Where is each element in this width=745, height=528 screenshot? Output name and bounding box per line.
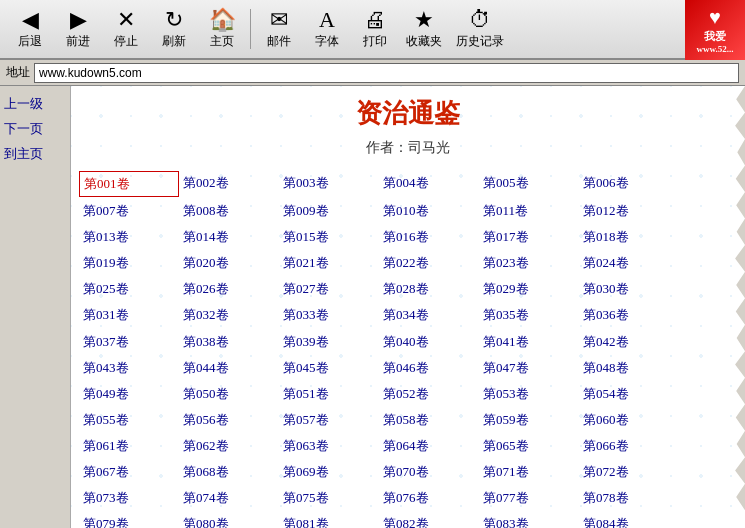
volume-link[interactable]: 第010卷 [379,199,479,223]
volume-link[interactable]: 第050卷 [179,382,279,406]
volume-link[interactable]: 第014卷 [179,225,279,249]
volume-link[interactable]: 第071卷 [479,460,579,484]
brand-logo[interactable]: ♥我爱www.52... [685,0,745,60]
toolbar-btn-back[interactable]: ◀后退 [8,6,52,53]
volume-link[interactable]: 第066卷 [579,434,679,458]
volume-link[interactable]: 第052卷 [379,382,479,406]
volume-link[interactable]: 第054卷 [579,382,679,406]
volume-link[interactable]: 第039卷 [279,330,379,354]
volume-link[interactable]: 第058卷 [379,408,479,432]
volume-link[interactable]: 第046卷 [379,356,479,380]
volume-link[interactable]: 第075卷 [279,486,379,510]
volume-link[interactable]: 第007卷 [79,199,179,223]
volume-link[interactable]: 第004卷 [379,171,479,197]
volume-link[interactable]: 第074卷 [179,486,279,510]
volume-link[interactable]: 第029卷 [479,277,579,301]
volume-link[interactable]: 第016卷 [379,225,479,249]
volume-link[interactable]: 第083卷 [479,512,579,528]
volume-link[interactable]: 第015卷 [279,225,379,249]
volume-link[interactable]: 第045卷 [279,356,379,380]
volume-link[interactable]: 第065卷 [479,434,579,458]
volume-link[interactable]: 第005卷 [479,171,579,197]
toolbar-btn-stop[interactable]: ✕停止 [104,6,148,53]
nav-link-上一级[interactable]: 上一级 [4,94,66,115]
volume-link[interactable]: 第079卷 [79,512,179,528]
volume-link[interactable]: 第057卷 [279,408,379,432]
volume-link[interactable]: 第047卷 [479,356,579,380]
volume-link[interactable]: 第020卷 [179,251,279,275]
volume-link[interactable]: 第003卷 [279,171,379,197]
volume-link[interactable]: 第067卷 [79,460,179,484]
volume-link[interactable]: 第081卷 [279,512,379,528]
volume-link[interactable]: 第017卷 [479,225,579,249]
volume-link[interactable]: 第063卷 [279,434,379,458]
volume-link[interactable]: 第068卷 [179,460,279,484]
toolbar-btn-forward[interactable]: ▶前进 [56,6,100,53]
volume-link[interactable]: 第038卷 [179,330,279,354]
volume-link[interactable]: 第053卷 [479,382,579,406]
toolbar-btn-mail[interactable]: ✉邮件 [257,6,301,53]
volume-link[interactable]: 第084卷 [579,512,679,528]
volume-link[interactable]: 第072卷 [579,460,679,484]
toolbar-btn-refresh[interactable]: ↻刷新 [152,6,196,53]
volume-link[interactable]: 第035卷 [479,303,579,327]
volume-link[interactable]: 第062卷 [179,434,279,458]
volume-link[interactable]: 第023卷 [479,251,579,275]
toolbar-btn-home[interactable]: 🏠主页 [200,6,244,53]
volume-link[interactable]: 第011卷 [479,199,579,223]
volume-link[interactable]: 第060卷 [579,408,679,432]
volume-link[interactable]: 第040卷 [379,330,479,354]
volume-link[interactable]: 第042卷 [579,330,679,354]
volume-link[interactable]: 第008卷 [179,199,279,223]
volume-link[interactable]: 第024卷 [579,251,679,275]
volume-link[interactable]: 第070卷 [379,460,479,484]
volume-link[interactable]: 第061卷 [79,434,179,458]
nav-link-下一页[interactable]: 下一页 [4,119,66,140]
volume-link[interactable]: 第080卷 [179,512,279,528]
volume-link[interactable]: 第044卷 [179,356,279,380]
content-area[interactable]: 资治通鉴 作者：司马光 第001卷第002卷第003卷第004卷第005卷第00… [70,86,745,528]
volume-link[interactable]: 第037卷 [79,330,179,354]
volume-link[interactable]: 第032卷 [179,303,279,327]
volume-link[interactable]: 第055卷 [79,408,179,432]
toolbar-btn-font[interactable]: A字体 [305,6,349,53]
volume-link[interactable]: 第002卷 [179,171,279,197]
address-input[interactable] [34,63,739,83]
volume-link[interactable]: 第043卷 [79,356,179,380]
volume-link[interactable]: 第027卷 [279,277,379,301]
volume-link[interactable]: 第030卷 [579,277,679,301]
nav-link-到主页[interactable]: 到主页 [4,144,66,165]
volume-link[interactable]: 第006卷 [579,171,679,197]
volume-link[interactable]: 第048卷 [579,356,679,380]
volume-link[interactable]: 第034卷 [379,303,479,327]
toolbar-btn-print[interactable]: 🖨打印 [353,6,397,53]
volume-link[interactable]: 第022卷 [379,251,479,275]
volume-link[interactable]: 第036卷 [579,303,679,327]
volume-link[interactable]: 第049卷 [79,382,179,406]
volume-link[interactable]: 第076卷 [379,486,479,510]
volume-link[interactable]: 第009卷 [279,199,379,223]
volume-link[interactable]: 第031卷 [79,303,179,327]
volume-link[interactable]: 第012卷 [579,199,679,223]
volume-link[interactable]: 第051卷 [279,382,379,406]
volume-link[interactable]: 第064卷 [379,434,479,458]
volume-link[interactable]: 第033卷 [279,303,379,327]
toolbar-btn-history[interactable]: ⏱历史记录 [451,6,509,53]
volume-link[interactable]: 第013卷 [79,225,179,249]
volume-link[interactable]: 第078卷 [579,486,679,510]
volume-link[interactable]: 第069卷 [279,460,379,484]
volume-link[interactable]: 第082卷 [379,512,479,528]
volume-link[interactable]: 第028卷 [379,277,479,301]
volume-link[interactable]: 第056卷 [179,408,279,432]
volume-link[interactable]: 第021卷 [279,251,379,275]
volume-link[interactable]: 第025卷 [79,277,179,301]
toolbar-btn-favorites[interactable]: ★收藏夹 [401,6,447,53]
volume-link[interactable]: 第077卷 [479,486,579,510]
volume-link[interactable]: 第001卷 [79,171,179,197]
volume-link[interactable]: 第073卷 [79,486,179,510]
volume-link[interactable]: 第059卷 [479,408,579,432]
volume-link[interactable]: 第026卷 [179,277,279,301]
volume-link[interactable]: 第041卷 [479,330,579,354]
volume-link[interactable]: 第018卷 [579,225,679,249]
volume-link[interactable]: 第019卷 [79,251,179,275]
